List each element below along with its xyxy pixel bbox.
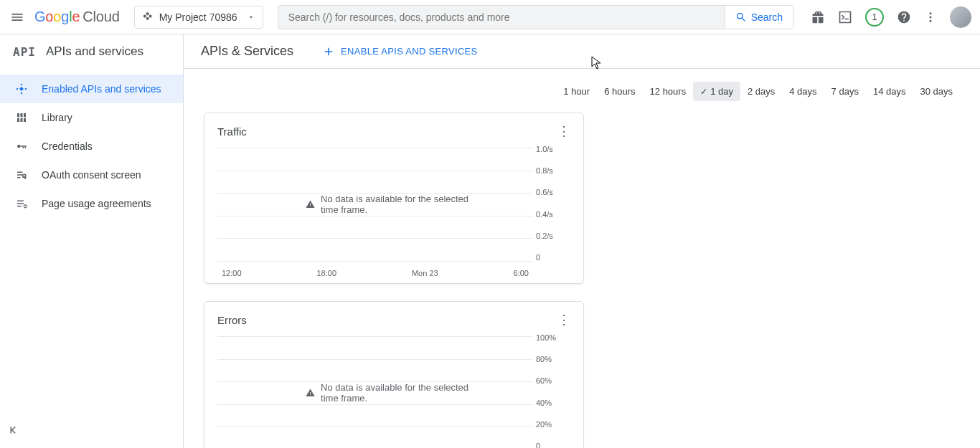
search-button[interactable]: Search: [725, 6, 793, 29]
sidebar-item-enabled-apis-and-services[interactable]: Enabled APIs and services: [0, 75, 183, 103]
no-data-message: No data is available for the selected ti…: [306, 194, 482, 215]
top-bar: Google Cloud My Project 70986 Search 1: [0, 0, 980, 34]
svg-point-1: [930, 16, 932, 18]
chart-card-traffic: Traffic⋮1.0/s0.8/s0.6/s0.4/s0.2/s0No dat…: [204, 113, 584, 284]
y-axis-labels: 1.0/s0.8/s0.6/s0.4/s0.2/s0: [536, 145, 570, 262]
chart-body: 100%80%60%40%20%0No data is available fo…: [217, 333, 570, 448]
top-actions: 1: [811, 6, 971, 28]
sidebar-collapse-button[interactable]: [0, 415, 183, 448]
cloud-shell-icon[interactable]: [838, 10, 852, 24]
search-input[interactable]: [278, 11, 725, 23]
time-range-2days[interactable]: 2 days: [740, 82, 782, 101]
api-logo-icon: API: [13, 45, 36, 59]
sidebar-heading: API APIs and services: [0, 34, 183, 69]
x-axis-labels: 12:0018:00Mon 236:00: [217, 269, 533, 277]
time-range-4days[interactable]: 4 days: [782, 82, 824, 101]
account-avatar[interactable]: [950, 6, 971, 28]
warning-icon: [306, 387, 315, 399]
diamond-icon: [14, 82, 29, 95]
more-vert-icon[interactable]: [924, 11, 937, 24]
content-area: APIs & Services ENABLE APIS AND SERVICES…: [184, 34, 980, 448]
svg-point-5: [24, 205, 27, 208]
plus-icon: [322, 45, 335, 58]
chevron-down-icon: [247, 13, 255, 22]
time-range-6hours[interactable]: 6 hours: [597, 82, 642, 101]
sidebar-item-credentials[interactable]: Credentials: [0, 132, 183, 161]
sidebar: API APIs and services Enabled APIs and s…: [0, 34, 184, 448]
chart-title: Errors: [217, 314, 247, 326]
chart-menu-button[interactable]: ⋮: [557, 313, 570, 326]
y-axis-labels: 100%80%60%40%20%0: [536, 333, 570, 448]
project-picker[interactable]: My Project 70986: [134, 6, 263, 29]
sidebar-item-page-usage-agreements[interactable]: Page usage agreements: [0, 189, 183, 218]
time-range-12hours[interactable]: 12 hours: [643, 82, 694, 101]
svg-point-3: [17, 145, 21, 148]
svg-point-0: [930, 12, 932, 14]
chart-card-errors: Errors⋮100%80%60%40%20%0No data is avail…: [204, 301, 584, 448]
gift-icon[interactable]: [811, 10, 825, 24]
time-range-1hour[interactable]: 1 hour: [556, 82, 597, 101]
sidebar-item-label: Enabled APIs and services: [42, 83, 161, 95]
sidebar-item-label: Library: [42, 112, 72, 123]
google-cloud-logo[interactable]: Google Cloud: [34, 9, 120, 25]
time-range-selector: 1 hour6 hours12 hours1 day2 days4 days7 …: [184, 69, 980, 105]
chart-menu-button[interactable]: ⋮: [557, 125, 570, 138]
help-icon[interactable]: [897, 10, 911, 24]
svg-point-2: [930, 19, 932, 22]
sidebar-item-label: OAuth consent screen: [42, 169, 141, 181]
project-name: My Project 70986: [159, 11, 237, 23]
charts-grid: Traffic⋮1.0/s0.8/s0.6/s0.4/s0.2/s0No dat…: [184, 105, 980, 448]
settings-list-icon: [14, 197, 29, 210]
chart-body: 1.0/s0.8/s0.6/s0.4/s0.2/s0No data is ava…: [217, 145, 570, 277]
sidebar-item-oauth-consent-screen[interactable]: OAuth consent screen: [0, 161, 183, 189]
time-range-7days[interactable]: 7 days: [824, 82, 866, 101]
page-title: APIs & Services: [201, 44, 293, 59]
key-icon: [14, 140, 29, 153]
time-range-1day[interactable]: 1 day: [693, 82, 740, 101]
time-range-30days[interactable]: 30 days: [913, 82, 960, 101]
main-menu-button[interactable]: [9, 9, 26, 26]
chart-title: Traffic: [217, 125, 247, 138]
sidebar-item-label: Credentials: [42, 140, 93, 152]
warning-icon: [306, 199, 315, 210]
consent-icon: [14, 168, 29, 181]
enable-apis-button[interactable]: ENABLE APIS AND SERVICES: [322, 45, 477, 58]
search-icon: [735, 11, 747, 23]
chevron-left-icon: [7, 424, 20, 437]
library-icon: [14, 111, 29, 124]
sidebar-item-library[interactable]: Library: [0, 103, 183, 132]
hexagon-icon: [142, 11, 154, 23]
sidebar-item-label: Page usage agreements: [42, 198, 151, 209]
search-box: Search: [278, 5, 793, 29]
time-range-14days[interactable]: 14 days: [866, 82, 913, 101]
notifications-badge[interactable]: 1: [865, 8, 884, 27]
no-data-message: No data is available for the selected ti…: [306, 382, 482, 404]
content-header: APIs & Services ENABLE APIS AND SERVICES: [184, 34, 980, 69]
